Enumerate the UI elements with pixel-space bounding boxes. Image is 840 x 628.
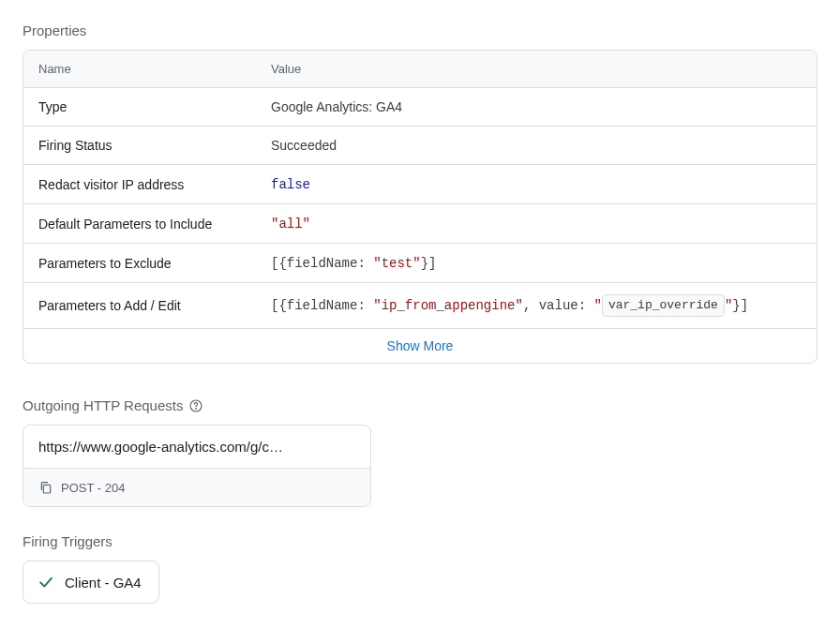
redact-ip-bool: false — [271, 177, 310, 192]
row-type-name: Type — [23, 88, 256, 127]
http-method-status: POST - 204 — [61, 481, 125, 495]
http-request-card[interactable]: https://www.google-analytics.com/g/c… PO… — [22, 425, 371, 507]
trigger-chip[interactable]: Client - GA4 — [22, 561, 159, 604]
row-type-value: Google Analytics: GA4 — [256, 88, 817, 127]
svg-point-1 — [196, 408, 197, 409]
variable-chip[interactable]: var_ip_override — [602, 294, 725, 317]
row-redact-ip: Redact visitor IP address false — [23, 165, 817, 204]
properties-table: Name Value Type Google Analytics: GA4 Fi… — [22, 50, 818, 364]
col-name-header: Name — [23, 51, 256, 88]
row-params-add-edit-name: Parameters to Add / Edit — [23, 283, 256, 329]
triggers-title: Firing Triggers — [22, 533, 818, 549]
trigger-label: Client - GA4 — [65, 575, 142, 591]
row-default-params-value: "all" — [256, 204, 817, 244]
row-firing-status-value: Succeeded — [256, 127, 817, 165]
row-params-exclude-value: [{fieldName: "test"}] — [256, 244, 817, 283]
row-params-exclude: Parameters to Exclude [{fieldName: "test… — [23, 244, 817, 283]
help-icon[interactable] — [188, 398, 203, 413]
properties-title: Properties — [22, 22, 818, 38]
row-params-add-edit-value: [{fieldName: "ip_from_appengine", value:… — [256, 283, 817, 329]
show-more-row: Show More — [23, 329, 817, 363]
properties-title-text: Properties — [22, 22, 86, 38]
http-title-text: Outgoing HTTP Requests — [22, 397, 183, 413]
http-url: https://www.google-analytics.com/g/c… — [23, 426, 370, 469]
params-exclude-code: [{fieldName: "test"}] — [271, 256, 436, 271]
col-value-header: Value — [256, 51, 817, 88]
check-icon — [37, 573, 55, 591]
copy-icon[interactable] — [38, 480, 53, 495]
row-redact-ip-value: false — [256, 165, 817, 204]
row-firing-status-name: Firing Status — [23, 127, 256, 165]
row-default-params: Default Parameters to Include "all" — [23, 204, 817, 244]
row-type: Type Google Analytics: GA4 — [23, 88, 817, 127]
default-params-str: "all" — [271, 217, 310, 232]
svg-rect-2 — [43, 485, 50, 493]
row-params-add-edit: Parameters to Add / Edit [{fieldName: "i… — [23, 283, 817, 329]
show-more-link[interactable]: Show More — [387, 338, 454, 353]
row-firing-status: Firing Status Succeeded — [23, 127, 817, 165]
row-params-exclude-name: Parameters to Exclude — [23, 244, 256, 283]
row-default-params-name: Default Parameters to Include — [23, 204, 256, 244]
row-redact-ip-name: Redact visitor IP address — [23, 165, 256, 204]
triggers-title-text: Firing Triggers — [22, 533, 112, 549]
params-add-edit-code: [{fieldName: "ip_from_appengine", value:… — [271, 298, 748, 313]
http-meta-row: POST - 204 — [23, 469, 370, 506]
http-title: Outgoing HTTP Requests — [22, 397, 818, 413]
